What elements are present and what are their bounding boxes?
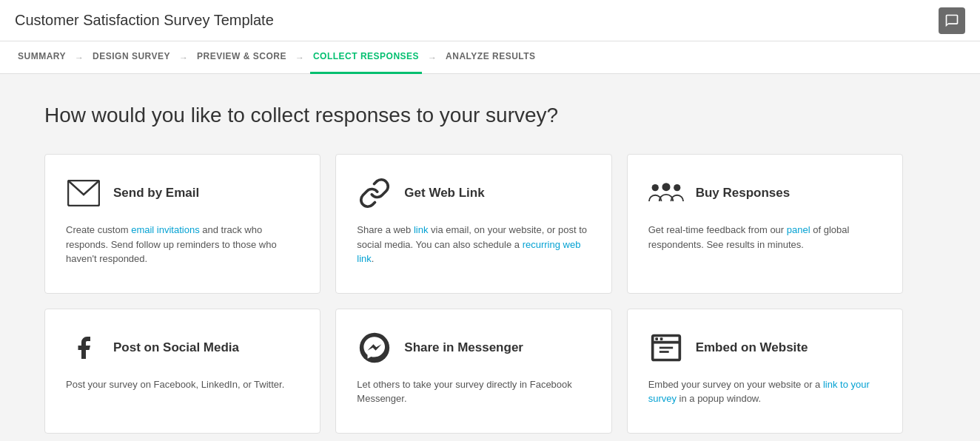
card-title-people: Buy Responses [696,186,791,201]
card-header-embed: Embed on Website [648,330,882,366]
facebook-icon [66,330,101,366]
page-title: Customer Satisfaction Survey Template [15,12,274,29]
nav-arrow-2: → [179,53,188,63]
card-desc-email: Create custom email invitations and trac… [66,223,299,266]
cards-grid: Send by Email Create custom email invita… [44,154,903,434]
card-header-people: Buy Responses [648,175,882,211]
nav-item-collect-responses[interactable]: COLLECT RESPONSES [310,41,422,74]
header: Customer Satisfaction Survey Template [0,0,980,41]
svg-rect-10 [660,337,662,340]
messenger-icon [357,330,392,366]
card-header-link: Get Web Link [357,175,590,211]
card-desc-link: Share a web link via email, on your webs… [357,223,590,266]
embed-icon [648,330,684,366]
card-title-embed: Embed on Website [696,340,808,355]
nav-bar: SUMMARY → DESIGN SURVEY → PREVIEW & SCOR… [0,41,980,74]
nav-item-summary[interactable]: SUMMARY [15,41,69,74]
main-content: How would you like to collect responses … [0,74,980,441]
email-icon [66,175,101,211]
card-desc-people: Get real-time feedback from our panel of… [648,223,882,252]
page-question: How would you like to collect responses … [44,104,936,127]
card-get-web-link[interactable]: Get Web Link Share a web link via email,… [335,154,611,294]
card-title-link: Get Web Link [404,186,484,201]
card-header-messenger: Share in Messenger [357,330,590,366]
svg-point-1 [651,184,658,191]
nav-arrow-4: → [428,53,437,63]
chat-icon [944,13,959,28]
card-social-media[interactable]: Post on Social Media Post your survey on… [44,309,320,434]
nav-item-design-survey[interactable]: DESIGN SURVEY [90,41,173,74]
card-title-email: Send by Email [113,186,199,201]
card-send-by-email[interactable]: Send by Email Create custom email invita… [44,154,320,294]
chat-button[interactable] [939,7,965,34]
card-title-messenger: Share in Messenger [404,340,523,355]
people-icon [648,175,684,211]
svg-point-2 [662,183,670,191]
nav-arrow-1: → [75,53,84,63]
svg-point-3 [674,184,680,191]
card-desc-facebook: Post your survey on Facebook, LinkedIn, … [66,377,299,392]
svg-rect-9 [655,337,658,340]
card-desc-embed: Embed your survey on your website or a l… [648,377,882,406]
nav-item-preview-score[interactable]: PREVIEW & SCORE [194,41,289,74]
link-icon [357,175,392,211]
card-header-facebook: Post on Social Media [66,330,299,366]
card-embed[interactable]: Embed on Website Embed your survey on yo… [627,309,903,434]
card-desc-messenger: Let others to take your survey directly … [357,377,590,406]
card-header-email: Send by Email [66,175,299,211]
card-title-facebook: Post on Social Media [113,340,239,355]
card-buy-responses[interactable]: Buy Responses Get real-time feedback fro… [627,154,903,294]
nav-arrow-3: → [295,53,304,63]
card-messenger[interactable]: Share in Messenger Let others to take yo… [335,309,611,434]
nav-item-analyze-results[interactable]: ANALYZE RESULTS [443,41,539,74]
